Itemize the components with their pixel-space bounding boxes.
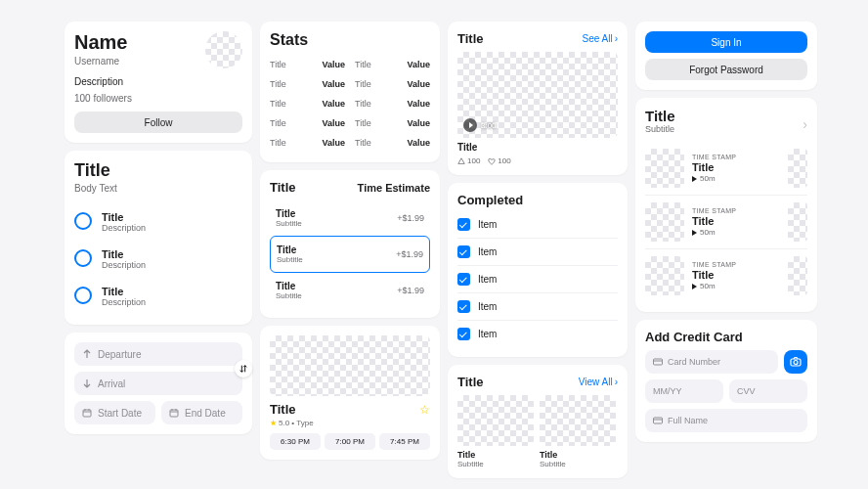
video-item[interactable]: 3:00 Title 100 100 bbox=[457, 52, 618, 165]
cvv-placeholder: CVV bbox=[737, 386, 756, 396]
calendar-icon bbox=[169, 408, 179, 418]
avatar[interactable] bbox=[205, 31, 242, 68]
media-list-item[interactable]: TIME STAMP Title 50m bbox=[645, 249, 807, 302]
swap-button[interactable] bbox=[235, 360, 252, 378]
media-item-title: Title bbox=[692, 215, 780, 227]
stat-label: Title bbox=[270, 138, 286, 148]
chevron-right-icon: › bbox=[615, 33, 618, 44]
start-date-input[interactable]: Start Date bbox=[74, 401, 155, 424]
tile-item[interactable]: Title Subtitle bbox=[457, 395, 534, 468]
stat-row: TitleValue bbox=[355, 133, 430, 153]
card-body-text: Body Text bbox=[74, 183, 242, 194]
checklist-label: Item bbox=[478, 274, 497, 285]
like-count: 100 bbox=[498, 156, 510, 165]
calendar-icon bbox=[82, 408, 92, 418]
expiry-input[interactable]: MM/YY bbox=[645, 379, 723, 403]
section-header-right: Time Estimate bbox=[358, 182, 430, 194]
column-4: Sign In Forgot Password Title Subtitle ›… bbox=[635, 22, 817, 478]
media-thumbnail-peek bbox=[788, 202, 807, 242]
stat-row: TitleValue bbox=[270, 113, 345, 133]
option-title: Title bbox=[276, 281, 302, 291]
time-estimate-card: Title Time Estimate TitleSubtitle +$1.99… bbox=[260, 170, 440, 318]
time-chip[interactable]: 7:45 PM bbox=[379, 433, 430, 450]
media-duration: 50m bbox=[700, 228, 716, 237]
media-thumbnail bbox=[645, 256, 684, 295]
see-all-link[interactable]: See All› bbox=[583, 33, 618, 44]
stat-row: TitleValue bbox=[270, 55, 345, 74]
checklist-item[interactable]: Item bbox=[457, 293, 618, 321]
media-thumbnail-peek bbox=[788, 256, 807, 295]
checklist-item[interactable]: Item bbox=[457, 211, 618, 239]
full-name-input[interactable]: Full Name bbox=[645, 409, 807, 432]
camera-icon bbox=[790, 356, 802, 368]
end-date-input[interactable]: End Date bbox=[161, 401, 242, 424]
start-date-placeholder: Start Date bbox=[98, 408, 142, 419]
media-item-title: Title bbox=[692, 161, 780, 173]
heart-icon bbox=[488, 157, 496, 165]
video-section: Title See All› 3:00 Title 100 100 bbox=[448, 22, 628, 175]
price-option-selected[interactable]: TitleSubtitle +$1.99 bbox=[270, 236, 430, 273]
cvv-input[interactable]: CVV bbox=[729, 379, 807, 403]
checkbox-checked-icon bbox=[457, 218, 470, 231]
play-icon bbox=[692, 284, 697, 289]
media-list-title: Title bbox=[645, 108, 675, 124]
departure-input[interactable]: Departure bbox=[74, 342, 242, 366]
card-number-input[interactable]: Card Number bbox=[645, 350, 778, 374]
video-duration: 3:00 bbox=[481, 121, 497, 130]
chevron-right-icon[interactable]: › bbox=[803, 116, 807, 132]
radio-option[interactable]: Title Description bbox=[74, 203, 242, 241]
tile-subtitle: Subtitle bbox=[457, 460, 534, 468]
tile-title: Title bbox=[457, 450, 534, 460]
checkbox-checked-icon bbox=[457, 300, 470, 313]
price-option[interactable]: TitleSubtitle +$1.99 bbox=[270, 200, 430, 236]
stat-value: Value bbox=[407, 118, 430, 128]
radio-description: Description bbox=[102, 260, 146, 270]
radio-option[interactable]: Title Description bbox=[74, 278, 242, 315]
play-icon bbox=[692, 230, 697, 236]
sign-in-button[interactable]: Sign In bbox=[645, 31, 807, 53]
radio-icon bbox=[74, 249, 92, 267]
arrival-input[interactable]: Arrival bbox=[74, 372, 242, 395]
svg-rect-0 bbox=[83, 410, 91, 417]
profile-card: Name Username Description 100 followers … bbox=[65, 22, 252, 143]
stat-label: Title bbox=[355, 79, 371, 89]
stat-label: Title bbox=[270, 60, 286, 69]
rating-row: ★5.0 • Type bbox=[270, 419, 430, 427]
checklist-item[interactable]: Item bbox=[457, 321, 618, 347]
checklist-label: Item bbox=[478, 329, 497, 339]
media-list-item[interactable]: TIME STAMP Title 50m bbox=[645, 142, 807, 196]
departure-placeholder: Departure bbox=[98, 349, 141, 360]
checklist-item[interactable]: Item bbox=[457, 266, 618, 293]
media-list-item[interactable]: TIME STAMP Title 50m bbox=[645, 196, 807, 249]
see-all-label: See All bbox=[583, 33, 613, 44]
view-all-link[interactable]: View All› bbox=[579, 377, 618, 387]
tile-item[interactable]: Title Subtitle bbox=[540, 395, 616, 468]
stat-row: TitleValue bbox=[270, 94, 345, 113]
section-title: Title bbox=[270, 180, 296, 195]
svg-point-4 bbox=[794, 361, 798, 365]
media-timestamp: TIME STAMP bbox=[692, 207, 780, 214]
favorite-star-icon[interactable]: ☆ bbox=[419, 403, 430, 417]
time-chip[interactable]: 6:30 PM bbox=[270, 433, 321, 450]
stat-value: Value bbox=[407, 79, 430, 89]
scan-card-button[interactable] bbox=[784, 350, 807, 374]
section-title: Title bbox=[457, 375, 484, 389]
price-option[interactable]: TitleSubtitle +$1.99 bbox=[270, 273, 430, 308]
stat-value: Value bbox=[322, 99, 345, 109]
stat-row: TitleValue bbox=[355, 74, 430, 94]
view-icon bbox=[457, 157, 465, 165]
video-thumbnail: 3:00 bbox=[457, 52, 618, 138]
checklist-item[interactable]: Item bbox=[457, 239, 618, 266]
end-date-placeholder: End Date bbox=[185, 408, 226, 419]
radio-option[interactable]: Title Description bbox=[74, 241, 242, 278]
follow-button[interactable]: Follow bbox=[74, 111, 242, 133]
media-item-title: Title bbox=[692, 269, 780, 281]
completed-title: Completed bbox=[457, 193, 618, 207]
stat-value: Value bbox=[322, 138, 345, 148]
forgot-password-button[interactable]: Forgot Password bbox=[645, 59, 807, 80]
stat-label: Title bbox=[270, 79, 286, 89]
tile-section: Title View All› Title Subtitle Title Sub… bbox=[448, 365, 628, 478]
stat-label: Title bbox=[355, 99, 371, 109]
card-number-placeholder: Card Number bbox=[668, 357, 720, 367]
time-chip[interactable]: 7:00 PM bbox=[325, 433, 375, 450]
